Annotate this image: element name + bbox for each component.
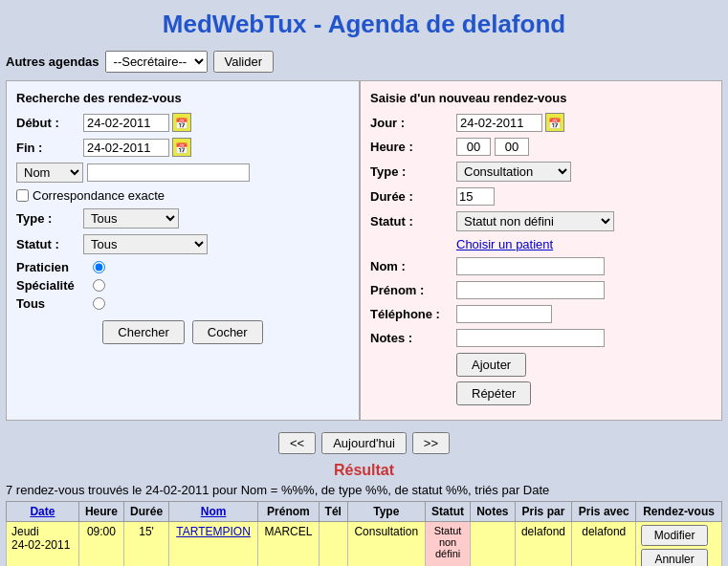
notes-row: Notes : — [370, 329, 712, 347]
table-header: Date Heure Durée Nom Prénom Tél Type Sta… — [7, 502, 722, 522]
praticien-label: Praticien — [16, 260, 93, 274]
prev-button[interactable]: << — [278, 432, 316, 454]
statut-label: Statut : — [16, 237, 83, 251]
cell-type: Consultation — [347, 522, 425, 567]
col-duree: Durée — [124, 502, 169, 522]
new-statut-select[interactable]: Statut non défini — [456, 211, 614, 231]
col-heure: Heure — [78, 502, 123, 522]
new-type-select[interactable]: Consultation — [456, 162, 571, 182]
table-header-row: Date Heure Durée Nom Prénom Tél Type Sta… — [7, 502, 722, 522]
specialite-row: Spécialité — [16, 278, 349, 293]
repeter-button[interactable]: Répéter — [456, 381, 531, 405]
praticien-radio[interactable] — [93, 261, 105, 273]
new-statut-row: Statut : Statut non défini — [370, 211, 712, 231]
cocher-button[interactable]: Cocher — [192, 320, 263, 344]
action-btns: Ajouter Répéter — [456, 353, 712, 405]
tous-radio-row: Tous — [16, 296, 349, 311]
ajouter-button[interactable]: Ajouter — [456, 353, 526, 377]
choisir-patient-link[interactable]: Choisir un patient — [456, 237, 553, 251]
table-body: Jeudi 24-02-2011 09:00 15' TARTEMPION MA… — [7, 522, 722, 567]
top-bar: Autres agendas --Secrétaire-- Valider — [0, 47, 728, 76]
col-rdv: Rendez-vous — [636, 502, 722, 522]
nom-input[interactable] — [456, 257, 605, 275]
praticien-row: Praticien — [16, 260, 349, 274]
duree-label: Durée : — [370, 189, 456, 204]
cell-pris-par: delafond — [515, 522, 572, 567]
chercher-button[interactable]: Chercher — [102, 320, 184, 344]
tous-radio[interactable] — [93, 297, 105, 310]
new-rdv-panel: Saisie d'un nouveau rendez-vous Jour : 📅… — [360, 80, 722, 421]
search-panel: Recherche des rendez-vous Début : 📅 Fin … — [6, 80, 360, 421]
col-tel: Tél — [319, 502, 347, 522]
col-prenom: Prénom — [257, 502, 319, 522]
col-date: Date — [7, 502, 79, 522]
autres-agendas-label: Autres agendas — [6, 54, 99, 69]
new-type-row: Type : Consultation — [370, 162, 712, 182]
correspondance-row: Correspondance exacte — [16, 188, 349, 203]
modifier-button[interactable]: Modifier — [641, 525, 708, 546]
heure-label: Heure : — [370, 140, 456, 154]
jour-calendar-icon[interactable]: 📅 — [545, 113, 564, 132]
statut-row: Statut : Tous — [16, 234, 349, 254]
fin-input[interactable] — [83, 139, 169, 157]
statut-select[interactable]: Tous — [83, 234, 208, 254]
choisir-row: Choisir un patient — [370, 237, 712, 251]
heure-row: Heure : — [370, 138, 712, 156]
table-row: Jeudi 24-02-2011 09:00 15' TARTEMPION MA… — [7, 522, 722, 567]
search-btn-row: Chercher Cocher — [16, 320, 349, 344]
telephone-input[interactable] — [456, 305, 552, 323]
search-field-row: Nom — [16, 163, 349, 183]
agendas-select[interactable]: --Secrétaire-- — [105, 51, 208, 73]
cell-tel — [319, 522, 347, 567]
correspondance-checkbox[interactable] — [16, 189, 29, 202]
prenom-row: Prénom : — [370, 281, 712, 299]
heure-h-input[interactable] — [456, 138, 491, 156]
correspondance-label: Correspondance exacte — [33, 188, 165, 203]
specialite-radio[interactable] — [93, 279, 105, 292]
type-row: Type : Tous — [16, 208, 349, 229]
heure-m-input[interactable] — [495, 138, 529, 156]
valider-button[interactable]: Valider — [213, 51, 275, 73]
nav-row: << Aujourd'hui >> — [0, 424, 728, 462]
col-nom-link[interactable]: Nom — [201, 505, 227, 518]
col-statut: Statut — [425, 502, 470, 522]
result-table: Date Heure Durée Nom Prénom Tél Type Sta… — [6, 501, 722, 566]
prenom-label: Prénom : — [370, 283, 456, 297]
notes-label: Notes : — [370, 331, 456, 345]
duree-input[interactable] — [456, 187, 495, 206]
jour-input[interactable] — [456, 114, 542, 132]
cell-nom: TARTEMPION — [169, 522, 258, 567]
search-type-select[interactable]: Nom — [16, 163, 83, 183]
result-title: Résultat — [0, 462, 728, 479]
fin-label: Fin : — [16, 141, 83, 155]
notes-input[interactable] — [456, 329, 605, 347]
debut-input[interactable] — [83, 114, 169, 132]
search-text-input[interactable] — [87, 163, 250, 182]
jour-label: Jour : — [370, 116, 456, 130]
cell-notes — [471, 522, 515, 567]
new-rdv-panel-title: Saisie d'un nouveau rendez-vous — [370, 91, 712, 105]
debut-row: Début : 📅 — [16, 113, 349, 132]
cell-prenom: MARCEL — [257, 522, 319, 567]
col-type: Type — [347, 502, 425, 522]
debut-label: Début : — [16, 116, 83, 130]
nom-label: Nom : — [370, 259, 456, 273]
today-button[interactable]: Aujourd'hui — [321, 432, 407, 454]
cell-duree: 15' — [124, 522, 169, 567]
next-button[interactable]: >> — [412, 432, 450, 454]
new-type-label: Type : — [370, 164, 456, 179]
cell-statut: Statut non défini — [425, 522, 470, 567]
annuler-button[interactable]: Annuler — [641, 549, 708, 566]
jour-row: Jour : 📅 — [370, 113, 712, 132]
col-nom: Nom — [169, 502, 258, 522]
prenom-input[interactable] — [456, 281, 605, 299]
type-label: Type : — [16, 211, 83, 226]
nom-link[interactable]: TARTEMPION — [176, 525, 251, 538]
fin-calendar-icon[interactable]: 📅 — [172, 138, 191, 157]
col-date-link[interactable]: Date — [30, 505, 55, 518]
page-title: MedWebTux - Agenda de delafond — [0, 0, 728, 47]
type-select[interactable]: Tous — [83, 208, 179, 229]
search-panel-title: Recherche des rendez-vous — [16, 91, 349, 105]
fin-row: Fin : 📅 — [16, 138, 349, 157]
debut-calendar-icon[interactable]: 📅 — [172, 113, 191, 132]
